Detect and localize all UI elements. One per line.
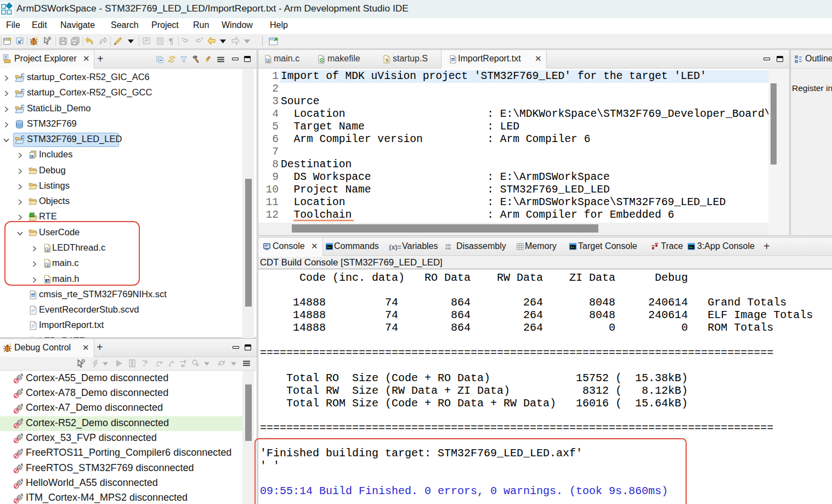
- svg-text:si: si: [181, 363, 184, 368]
